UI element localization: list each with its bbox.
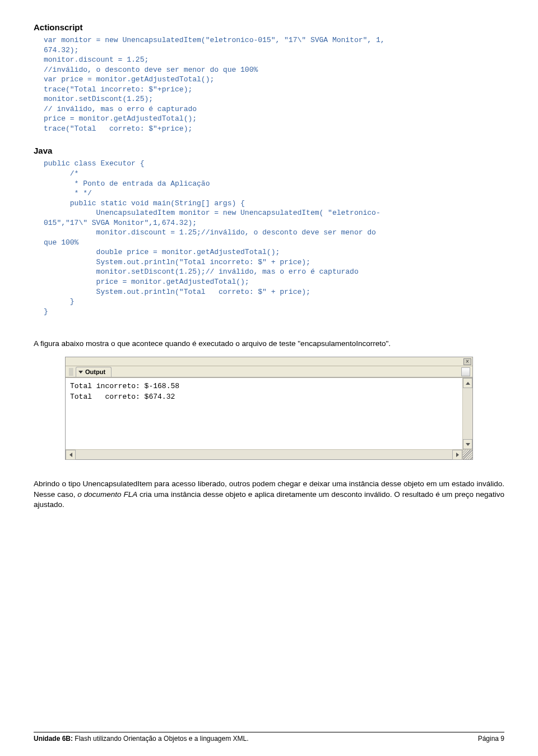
footer-unit-bold: Unidade 6B: [34,735,73,743]
footer-left: Unidade 6B: Flash utilizando Orientação … [34,735,249,743]
page-footer: Unidade 6B: Flash utilizando Orientação … [34,732,504,743]
code-block-java: public class Executor { /* * Ponto de en… [44,159,504,316]
scroll-down-icon[interactable] [463,439,472,449]
output-text: Total incorreto: $-168.58 Total correto:… [66,378,462,449]
panel-tab-row: Output [66,366,472,377]
resize-grip-icon[interactable] [462,450,472,460]
panel-titlebar: × [66,357,472,366]
grip-icon[interactable] [69,368,73,376]
vertical-scrollbar[interactable] [462,378,472,449]
scroll-up-icon[interactable] [463,378,472,388]
paragraph-figure-intro: A figura abaixo mostra o que acontece qu… [34,339,504,349]
close-icon[interactable]: × [463,358,471,365]
footer-page-number: Página 9 [478,735,504,743]
scroll-track-h[interactable] [76,450,452,459]
para2-italic: o documento FLA [77,490,137,499]
panel-options-icon[interactable] [461,367,470,376]
chevron-down-icon [78,371,83,374]
scroll-left-icon[interactable] [66,450,76,460]
scroll-track[interactable] [463,388,472,439]
scroll-right-icon[interactable] [452,450,462,460]
output-panel: × Output Total incorreto: $-168.58 Total… [65,357,473,460]
section-heading-actionscript: Actionscript [34,22,504,32]
section-heading-java: Java [34,146,504,155]
tab-label: Output [85,368,105,375]
paragraph-explanation: Abrindo o tipo UnencapsulatedItem para a… [34,479,504,510]
panel-body: Total incorreto: $-168.58 Total correto:… [66,377,472,449]
horizontal-scrollbar[interactable] [66,449,472,459]
footer-unit-rest: Flash utilizando Orientação a Objetos e … [73,735,249,743]
tab-output[interactable]: Output [76,367,112,377]
code-block-actionscript: var monitor = new UnencapsulatedItem("el… [44,35,504,133]
